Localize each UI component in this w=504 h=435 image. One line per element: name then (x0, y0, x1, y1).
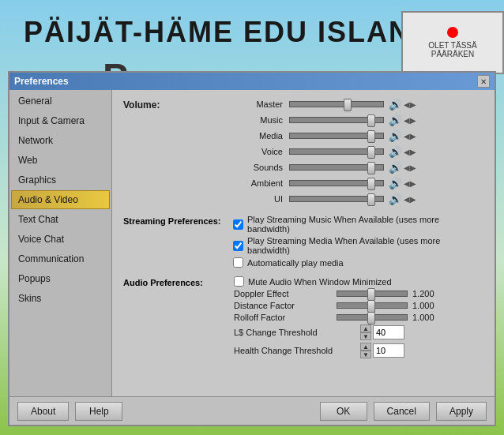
master-mute-icon[interactable]: ◀▶ (404, 100, 416, 109)
health-threshold-up[interactable]: ▲ (360, 343, 371, 351)
media-mute-icon[interactable]: ◀▶ (404, 132, 416, 141)
media-slider-thumb[interactable] (367, 130, 375, 143)
apply-button[interactable]: Apply (436, 402, 487, 421)
ui-slider-track[interactable] (289, 196, 384, 202)
sounds-volume-row: Sounds 🔊 ◀▶ (234, 161, 416, 174)
sidebar-item-audio-video[interactable]: Audio & Video (11, 190, 110, 209)
music-mute-icon[interactable]: ◀▶ (404, 116, 416, 125)
doppler-slider[interactable] (337, 291, 408, 297)
sidebar-item-communication[interactable]: Communication (11, 249, 110, 268)
ui-slider-thumb[interactable] (367, 193, 375, 206)
media-label: Media (234, 131, 289, 141)
streaming-media-checkbox[interactable] (233, 241, 243, 251)
voice-slider-track[interactable] (289, 148, 384, 155)
sidebar-item-popups[interactable]: Popups (11, 269, 110, 288)
distance-label: Distance Factor (234, 301, 337, 310)
close-button[interactable]: ✕ (477, 75, 490, 88)
doppler-value: 1.200 (412, 289, 444, 298)
sidebar-item-general[interactable]: General (11, 92, 110, 111)
media-speaker-icon[interactable]: 🔊 (389, 129, 402, 142)
master-speaker-icon[interactable]: 🔊 (389, 98, 402, 111)
master-slider-thumb[interactable] (344, 99, 352, 111)
sidebar-item-graphics[interactable]: Graphics (11, 171, 110, 189)
ambient-slider-thumb[interactable] (367, 178, 375, 190)
mute-checkbox[interactable] (234, 276, 244, 287)
ls-threshold-label: L$ Change Threshold (234, 328, 360, 337)
voice-speaker-icon[interactable]: 🔊 (389, 145, 402, 158)
sounds-slider-thumb[interactable] (367, 162, 375, 174)
sidebar-item-skins[interactable]: Skins (11, 289, 110, 308)
ok-button[interactable]: OK (320, 402, 367, 421)
sidebar: General Input & Camera Network Web Graph… (9, 90, 112, 396)
health-threshold-down[interactable]: ▼ (360, 351, 371, 358)
music-slider-track[interactable] (289, 117, 384, 123)
main-content: Volume: Master 🔊 ◀▶ Music (112, 90, 495, 396)
about-button[interactable]: About (17, 402, 69, 421)
sounds-slider-track[interactable] (289, 164, 384, 171)
music-speaker-icon[interactable]: 🔊 (389, 114, 402, 126)
distance-row: Distance Factor 1.000 (234, 301, 444, 310)
voice-mute-icon[interactable]: ◀▶ (404, 148, 416, 156)
ui-speaker-icon[interactable]: 🔊 (389, 193, 402, 205)
preferences-dialog: Preferences ✕ General Input & Camera Net… (8, 71, 496, 426)
ls-threshold-input[interactable] (373, 325, 404, 339)
rolloff-slider[interactable] (337, 314, 408, 321)
ambient-speaker-icon[interactable]: 🔊 (389, 177, 402, 189)
master-slider-track[interactable] (289, 101, 384, 107)
cancel-button[interactable]: Cancel (374, 402, 430, 421)
music-label: Music (234, 115, 289, 125)
dialog-title: Preferences (14, 76, 69, 87)
doppler-row: Doppler Effect 1.200 (234, 289, 444, 298)
help-button[interactable]: Help (75, 402, 122, 421)
ls-threshold-down[interactable]: ▼ (360, 332, 371, 340)
doppler-slider-thumb[interactable] (367, 288, 375, 301)
sounds-speaker-icon[interactable]: 🔊 (389, 161, 402, 174)
sounds-label: Sounds (234, 163, 289, 172)
sidebar-item-text-chat[interactable]: Text Chat (11, 210, 110, 229)
audio-section-label: Audio Preferences: (123, 276, 234, 287)
auto-play-row: Automatically play media (233, 257, 483, 268)
ls-threshold-up[interactable]: ▲ (360, 324, 371, 332)
media-volume-row: Media 🔊 ◀▶ (234, 129, 416, 142)
ls-threshold-spinner: ▲ ▼ (360, 324, 404, 340)
ls-threshold-row: L$ Change Threshold ▲ ▼ (234, 324, 444, 340)
volume-sliders: Master 🔊 ◀▶ Music 🔊 ◀▶ (234, 98, 416, 208)
bottom-bar: About Help OK Cancel Apply (9, 396, 495, 425)
streaming-media-label: Play Streaming Media When Available (use… (247, 236, 483, 255)
streaming-music-label: Play Streaming Music When Available (use… (247, 215, 483, 234)
streaming-music-checkbox[interactable] (233, 219, 243, 230)
bg-sign-text2: PÄÄRÄKEN (431, 50, 474, 58)
ambient-volume-row: Ambient 🔊 ◀▶ (234, 177, 416, 189)
sidebar-item-network[interactable]: Network (11, 131, 110, 150)
music-slider-thumb[interactable] (367, 114, 375, 127)
voice-label: Voice (234, 147, 289, 156)
sidebar-item-voice-chat[interactable]: Voice Chat (11, 230, 110, 249)
media-slider-track[interactable] (289, 133, 384, 139)
auto-play-label: Automatically play media (247, 258, 344, 268)
bg-sign: OLET TÄSSÄ PÄÄRÄKEN (401, 11, 504, 74)
streaming-section-label: Streaming Preferences: (123, 215, 233, 226)
rolloff-slider-thumb[interactable] (367, 312, 375, 324)
distance-slider-thumb[interactable] (367, 300, 375, 313)
streaming-section: Streaming Preferences: Play Streaming Mu… (123, 215, 483, 270)
ambient-mute-icon[interactable]: ◀▶ (404, 179, 416, 188)
ambient-slider-track[interactable] (289, 180, 384, 186)
rolloff-label: Rolloff Factor (234, 313, 337, 322)
music-volume-row: Music 🔊 ◀▶ (234, 114, 416, 126)
streaming-music-row: Play Streaming Music When Available (use… (233, 215, 483, 234)
health-threshold-label: Health Change Threshold (234, 346, 360, 355)
ui-volume-row: UI 🔊 ◀▶ (234, 193, 416, 205)
sidebar-item-web[interactable]: Web (11, 151, 110, 170)
health-threshold-spinner: ▲ ▼ (360, 343, 404, 358)
sounds-mute-icon[interactable]: ◀▶ (404, 163, 416, 172)
auto-play-checkbox[interactable] (233, 257, 243, 268)
audio-options: Mute Audio When Window Minimized Doppler… (234, 276, 444, 361)
sidebar-item-input-camera[interactable]: Input & Camera (11, 111, 110, 130)
health-threshold-input[interactable] (373, 343, 404, 358)
master-label: Master (234, 99, 289, 109)
dialog-body: General Input & Camera Network Web Graph… (9, 90, 495, 396)
ui-mute-icon[interactable]: ◀▶ (404, 195, 416, 204)
distance-slider[interactable] (337, 302, 408, 309)
rolloff-row: Rolloff Factor 1.000 (234, 313, 444, 322)
voice-slider-thumb[interactable] (367, 146, 375, 159)
